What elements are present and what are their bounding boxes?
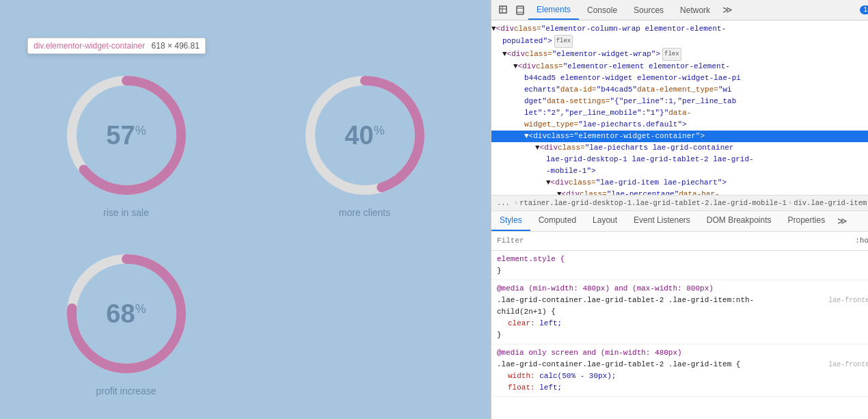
device-icon xyxy=(515,5,525,15)
style-source-1[interactable]: lae-fronten…58736.css:1 xyxy=(828,295,868,306)
tree-attr-4: data-id= xyxy=(560,84,597,96)
tree-attr-12: data-bar- xyxy=(679,189,719,195)
prop-float: float: xyxy=(508,383,535,392)
notification-badge: 1 xyxy=(860,5,868,14)
tree-arrow-sel: ▼ xyxy=(524,131,529,142)
tree-tag-5: <div xyxy=(551,177,569,189)
tree-arrow-6: ▼ xyxy=(557,189,562,195)
tree-tag-4: <div xyxy=(540,142,558,154)
devtools-right-icons: 1 ⚙ ⋮ ✕ xyxy=(860,2,868,18)
donut-sup-68: % xyxy=(135,302,146,316)
tree-line-5[interactable]: b44cad5 elementor-widget elementor-widge… xyxy=(491,72,868,84)
donut-sup-57: % xyxy=(135,124,146,137)
hov-button[interactable]: :hov xyxy=(853,236,868,246)
styles-panel[interactable]: element.style { } @media (min-width: 480… xyxy=(491,251,868,420)
val-width: calc(50% - 30px); xyxy=(539,372,616,380)
tree-val-16: "lae-grid-item lae-piechart"> xyxy=(596,177,727,189)
device-toolbar-button[interactable] xyxy=(512,2,528,18)
inspect-element-button[interactable] xyxy=(496,2,512,18)
devtools-main-tabs: Elements Console Sources Network ≫ xyxy=(528,0,860,20)
tab-network[interactable]: Network xyxy=(672,0,718,20)
donut-value-40: 40 xyxy=(344,120,373,149)
tree-line-2[interactable]: populated">flex xyxy=(491,35,868,48)
tree-val-2: populated"> xyxy=(502,36,552,47)
filter-input[interactable] xyxy=(497,236,853,245)
tree-line-9[interactable]: widget_type="lae-piecharts.default"> xyxy=(491,119,868,131)
tree-line-6[interactable]: echarts" data-id="b44cad5" data-element_… xyxy=(491,84,868,96)
donut-value-57: 57 xyxy=(106,120,135,149)
donut-68: 68% xyxy=(62,249,191,379)
inspect-icon xyxy=(499,5,508,15)
tree-attr-1: class= xyxy=(514,23,541,35)
tree-line-4[interactable]: ▼<div class="elementor-element elementor… xyxy=(491,61,868,72)
tree-attr-sel: class= xyxy=(547,131,574,142)
devtools-topbar: Elements Console Sources Network ≫ 1 ⚙ ⋮… xyxy=(491,0,868,21)
style-prop-width: width: calc(50% - 30px); xyxy=(497,370,868,382)
more-bottom-tabs[interactable]: ≫ xyxy=(833,215,852,227)
breadcrumb-sep-0: › xyxy=(514,199,518,207)
tree-tag-3: <div xyxy=(518,61,536,72)
filter-actions: :hov .cls + ⊞ xyxy=(853,236,868,246)
style-source-2[interactable]: lae-fronten…58736.css:1 xyxy=(828,359,868,370)
tree-line-1[interactable]: ▼<div class="elementor-column-wrap eleme… xyxy=(491,23,868,35)
breadcrumb-more[interactable]: ... xyxy=(497,199,510,207)
element-style-close-text: } xyxy=(497,267,502,275)
element-style-selector: element.style { xyxy=(497,254,868,265)
tree-attr-5: data-element_type= xyxy=(637,84,718,96)
media-rule-text-1b: child(2n+1) { xyxy=(497,308,556,316)
tree-line-8[interactable]: let":"2","per_line_mobile":"1"}" data- xyxy=(491,107,868,119)
media-query-2: @media only screen and (min-width: 480px… xyxy=(497,347,868,359)
tree-attr-3: class= xyxy=(536,61,563,72)
charts-grid: 57% rise in sale 40% more clients xyxy=(0,0,491,419)
tab-dom-breakpoints[interactable]: DOM Breakpoints xyxy=(699,211,780,231)
breadcrumb-sep-1: › xyxy=(788,199,792,207)
tree-val-4: "elementor-element elementor-element- xyxy=(563,61,730,72)
tree-attr-6: data-settings= xyxy=(547,96,610,107)
donut-label-68: 68% xyxy=(106,299,146,329)
tab-properties[interactable]: Properties xyxy=(780,211,834,231)
media-rule-text-2: .lae-grid-container.lae-grid-tablet-2 .l… xyxy=(497,360,740,368)
html-tree[interactable]: ▼<div class="elementor-column-wrap eleme… xyxy=(491,21,868,195)
more-tabs-button[interactable]: ≫ xyxy=(718,4,737,16)
bottom-tabs: Styles Computed Layout Event Listeners D… xyxy=(491,211,868,232)
chart-text-57: rise in sale xyxy=(103,207,149,218)
tab-layout[interactable]: Layout xyxy=(584,211,625,231)
tree-line-7[interactable]: dget" data-settings="{"per_line":1,"per_… xyxy=(491,96,868,107)
val-float: left; xyxy=(539,383,562,392)
media-block-1: @media (min-width: 480px) and (max-width… xyxy=(491,280,868,344)
tree-tag-2: <div xyxy=(507,49,525,60)
element-style-close: } xyxy=(497,265,868,277)
tab-styles[interactable]: Styles xyxy=(491,211,530,231)
breadcrumb-item-1[interactable]: rtainer.lae-grid-desktop-1.lae-grid-tabl… xyxy=(519,199,787,207)
tree-line-3[interactable]: ▼<div class="elementor-widget-wrap">flex xyxy=(491,48,868,61)
tree-attr-8: widget_type= xyxy=(524,119,578,131)
tree-tag-6: <div xyxy=(562,189,580,195)
tree-line-14[interactable]: ▼<div class="lae-grid-item lae-piechart"… xyxy=(491,177,868,189)
element-tooltip: div.elementor-widget-container 618 × 496… xyxy=(27,38,206,54)
chart-item-rise-in-sale: 57% rise in sale xyxy=(14,62,239,227)
tab-computed[interactable]: Computed xyxy=(530,211,584,231)
tab-console[interactable]: Console xyxy=(579,0,625,20)
style-block-1-close-text: } xyxy=(497,331,502,339)
tab-elements[interactable]: Elements xyxy=(528,0,579,20)
breadcrumb-item-2[interactable]: div.lae-grid-item.lae-piechart xyxy=(794,199,868,207)
tree-attr-9: class= xyxy=(558,142,585,154)
tree-val-7: "b44cad5" xyxy=(597,84,637,96)
tree-val-8: "wi xyxy=(718,84,732,96)
donut-value-68: 68 xyxy=(106,299,135,328)
tree-tag-1: <div xyxy=(496,23,514,35)
tab-sources[interactable]: Sources xyxy=(625,0,672,20)
tree-line-11[interactable]: ▼<div class="lae-piecharts lae-grid-cont… xyxy=(491,142,868,154)
tree-line-12[interactable]: lae-grid-desktop-1 lae-grid-tablet-2 lae… xyxy=(491,154,868,165)
tree-line-13[interactable]: -mobile-1"> xyxy=(491,165,868,177)
media-rule-1: .lae-grid-container.lae-grid-tablet-2 .l… xyxy=(497,295,868,306)
media-query-1: @media (min-width: 480px) and (max-width… xyxy=(497,283,868,295)
tree-arrow-4: ▼ xyxy=(535,142,540,154)
tab-event-listeners[interactable]: Event Listeners xyxy=(625,211,699,231)
tree-val-9: dget" xyxy=(524,96,547,107)
donut-sup-40: % xyxy=(374,124,385,137)
filter-bar: :hov .cls + ⊞ xyxy=(491,232,868,251)
donut-40: 40% xyxy=(300,70,430,200)
tree-line-selected[interactable]: ▼<div class="elementor-widget-container"… xyxy=(491,131,868,142)
tree-line-15[interactable]: ▼<div class="lae-percentage" data-bar- xyxy=(491,189,868,195)
